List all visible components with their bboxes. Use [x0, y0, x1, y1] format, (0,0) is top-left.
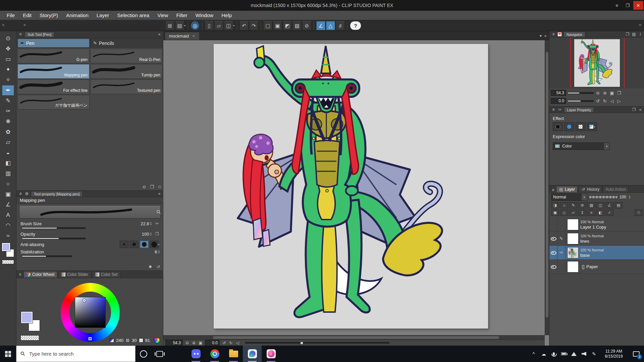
- menu-file[interactable]: File: [3, 11, 19, 20]
- menu-filter[interactable]: Filter: [172, 11, 191, 20]
- snap-to-grid-button[interactable]: ♯: [336, 21, 345, 30]
- enable-mask-icon[interactable]: ◫: [596, 202, 604, 208]
- figure-tool[interactable]: ○: [2, 179, 14, 189]
- layer-row-paper[interactable]: ▯ Paper: [549, 260, 644, 274]
- redo-button[interactable]: ↷: [249, 21, 258, 30]
- taskbar-app-discord[interactable]: [186, 346, 205, 362]
- lock-transparent-pixels-icon[interactable]: ▨: [587, 202, 595, 208]
- delete-layer-icon[interactable]: ♲: [635, 209, 643, 216]
- tab-auto-action[interactable]: Auto Action: [603, 186, 629, 192]
- visibility-eye-icon[interactable]: [551, 236, 556, 241]
- color-space-globe-icon[interactable]: [154, 337, 160, 343]
- hue-value[interactable]: 240: [116, 338, 123, 343]
- fit-to-screen-icon[interactable]: ▣: [198, 341, 203, 345]
- magnifier-icon[interactable]: ⚲: [155, 208, 162, 216]
- restore-default-icon[interactable]: ↺: [156, 264, 161, 269]
- vertical-scrollbar[interactable]: [545, 40, 549, 335]
- panel-menu-icon[interactable]: ≡: [551, 32, 556, 37]
- collapse-panel-icon[interactable]: «: [157, 191, 162, 196]
- rotate-right-icon[interactable]: ↻: [228, 341, 233, 345]
- move-tool[interactable]: ✥: [2, 44, 14, 54]
- layer-color-button[interactable]: ▾: [587, 122, 597, 131]
- volume-icon[interactable]: [579, 346, 589, 362]
- stabilization-slider[interactable]: [22, 255, 72, 257]
- zoom-in-icon[interactable]: ⊕: [192, 341, 196, 345]
- layer-opacity-stepper[interactable]: ▴▾: [629, 195, 630, 199]
- text-tool[interactable]: A: [2, 210, 14, 220]
- hue-marker[interactable]: [89, 337, 92, 340]
- ruler-tool[interactable]: ∠: [2, 199, 14, 210]
- fill-tool[interactable]: ◧: [2, 158, 14, 168]
- visibility-cell[interactable]: [549, 232, 557, 245]
- canvas-artwork[interactable]: [214, 44, 488, 328]
- transparent-color-swatch[interactable]: [2, 260, 14, 264]
- canvas-rotation-value[interactable]: 0.0: [205, 340, 220, 346]
- panel-menu-icon[interactable]: ≡: [18, 272, 22, 277]
- menu-selection-area[interactable]: Selection area: [113, 11, 153, 20]
- gradient-tool[interactable]: ▥: [2, 168, 14, 179]
- canvas-zoom-value[interactable]: 54.3: [165, 340, 183, 346]
- brush-size-value[interactable]: 22.8: [136, 221, 149, 226]
- item-bank-icon[interactable]: ▤: [632, 32, 636, 37]
- zoom-in-icon[interactable]: ⊕: [602, 90, 608, 96]
- layer-color-icon[interactable]: ▤: [614, 202, 623, 208]
- pen-tool[interactable]: ✒: [2, 85, 14, 96]
- blend-mode-dropdown[interactable]: Normal ▾: [551, 193, 587, 201]
- status-zoom-slider[interactable]: [245, 342, 389, 344]
- eraser-tool[interactable]: ▱: [2, 137, 14, 147]
- panel-menu-icon[interactable]: ≡: [18, 32, 23, 37]
- auto-select-tool[interactable]: ✦: [2, 64, 14, 75]
- flip-horizontal-icon[interactable]: ◁: [609, 99, 615, 104]
- canvas-options-button[interactable]: ▤: [175, 21, 184, 30]
- visibility-eye-icon[interactable]: [551, 250, 556, 255]
- menu-help[interactable]: Help: [217, 11, 236, 20]
- new-file-button[interactable]: ▯: [205, 21, 214, 30]
- brush-size-stepper[interactable]: ▴▾: [150, 222, 151, 226]
- opacity-slider[interactable]: [22, 238, 86, 239]
- layer-row-layer1-copy[interactable]: 100 % Normal Layer 1 Copy: [549, 218, 644, 232]
- zoom-tool[interactable]: ⊙: [2, 33, 14, 44]
- visibility-cell[interactable]: [549, 246, 557, 259]
- menu-window[interactable]: Window: [192, 11, 217, 20]
- saturation-value-square[interactable]: [75, 297, 106, 328]
- lock-layer-icon[interactable]: ⊘: [578, 202, 586, 208]
- open-file-button[interactable]: ▱: [214, 21, 223, 30]
- opacity-value[interactable]: 100: [136, 232, 149, 237]
- maximize-button[interactable]: ❐: [623, 1, 633, 10]
- pen-settings-icon[interactable]: ✎: [589, 346, 599, 362]
- layer-thumbnail[interactable]: [567, 219, 579, 230]
- balloon-tool[interactable]: ◠: [2, 220, 14, 231]
- menu-story[interactable]: Story(P): [36, 11, 62, 20]
- border-effect-button[interactable]: [564, 122, 574, 131]
- expression-color-dropdown[interactable]: Color ▾: [553, 142, 610, 150]
- hidden-icons-chevron[interactable]: ^: [529, 346, 539, 362]
- new-vector-layer-icon[interactable]: ◇: [560, 209, 568, 216]
- fit-to-screen-icon[interactable]: ▣: [609, 90, 615, 96]
- taskbar-app-chrome[interactable]: [205, 346, 224, 362]
- reselect-button[interactable]: ▣: [273, 21, 282, 30]
- sv-marker[interactable]: [83, 299, 86, 302]
- brush-item-real-g-pen[interactable]: Real G-Pen: [90, 49, 162, 63]
- navigator-zoom-value[interactable]: 54.3: [551, 90, 566, 96]
- snap-to-special-ruler-button[interactable]: △: [326, 21, 335, 30]
- show-ruler-icon[interactable]: ∠: [605, 202, 613, 208]
- battery-icon[interactable]: [559, 346, 569, 362]
- actual-size-icon[interactable]: ❐: [616, 90, 622, 96]
- network-icon[interactable]: [569, 346, 579, 362]
- microphone-icon[interactable]: [549, 346, 559, 362]
- dropdown-icon[interactable]: ▾: [184, 24, 185, 27]
- horizontal-scrollbar[interactable]: [163, 335, 545, 340]
- rotate-left-icon[interactable]: ↺: [222, 341, 226, 345]
- visibility-cell[interactable]: [549, 218, 557, 231]
- rotate-left-icon[interactable]: ↺: [595, 99, 601, 104]
- search-input[interactable]: [29, 351, 130, 357]
- workspace-button[interactable]: ⊞: [165, 21, 174, 30]
- anti-aliasing-strong-button[interactable]: [150, 241, 159, 248]
- brush-item-for-effect-line[interactable]: For effect line: [17, 79, 90, 94]
- transparent-color-swatch[interactable]: [20, 335, 39, 341]
- blend-tool[interactable]: ◒: [2, 147, 14, 158]
- brush-size-unit-icon[interactable]: ✑: [155, 221, 159, 226]
- tab-color-set[interactable]: Color Set: [92, 271, 121, 278]
- brush-item-mapping-pen[interactable]: Mapping pen: [17, 64, 90, 79]
- new-raster-layer-icon[interactable]: ▣: [551, 209, 559, 216]
